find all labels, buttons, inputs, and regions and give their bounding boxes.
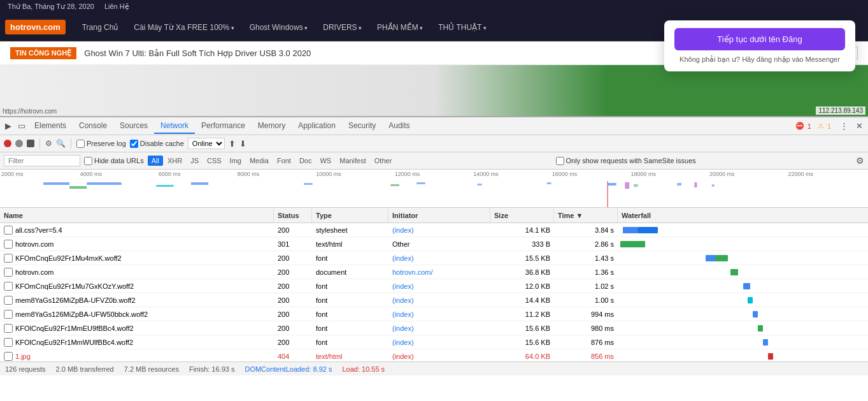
close-devtools-btn[interactable]: ✕ <box>853 120 865 132</box>
filter-type-other[interactable]: Other <box>371 156 396 166</box>
nav-ghost[interactable]: Ghost Windows <box>243 19 315 36</box>
row-initiator[interactable]: (index) <box>388 335 490 349</box>
row-initiator[interactable]: (index) <box>388 349 490 361</box>
row-checkbox[interactable] <box>4 338 13 347</box>
filter-type-xhr[interactable]: XHR <box>164 156 186 166</box>
tl-8000: 8000 ms <box>238 171 317 177</box>
network-table[interactable]: Name Status Type Initiator Size Time ▼ W… <box>0 208 868 361</box>
table-row[interactable]: mem8YaGs126MiZpBA-UFVZ0b.woff2 200 font … <box>0 293 868 307</box>
row-checkbox[interactable] <box>4 352 13 361</box>
gear-settings-icon[interactable]: ⚙ <box>856 156 864 166</box>
th-size[interactable]: Size <box>490 208 554 222</box>
tab-elements[interactable]: Elements <box>28 119 73 134</box>
search-icon-btn[interactable]: 🔍 <box>56 139 66 148</box>
row-initiator[interactable]: hotrovn.com/ <box>388 265 490 279</box>
network-toolbar: ⚙ 🔍 Preserve log Disable cache Online ⬆ … <box>0 135 868 152</box>
nav-software[interactable]: PHẦN MỀM <box>371 19 429 36</box>
filter-type-js[interactable]: JS <box>187 156 203 166</box>
row-checkbox[interactable] <box>4 282 13 291</box>
th-status[interactable]: Status <box>274 208 312 222</box>
hide-data-urls-checkbox[interactable] <box>84 157 92 165</box>
th-initiator[interactable]: Initiator <box>388 208 490 222</box>
filter-icon-btn[interactable]: ⚙ <box>45 139 52 148</box>
nav-drivers[interactable]: DRIVERS <box>317 19 368 36</box>
stop-btn[interactable] <box>15 140 23 147</box>
finish-time: Finish: 16.93 s <box>189 365 235 373</box>
disable-cache-label[interactable]: Disable cache <box>130 140 184 148</box>
row-size: 333 B <box>490 237 554 251</box>
th-name[interactable]: Name <box>0 208 274 222</box>
row-time: 1.36 s <box>554 265 618 279</box>
download-icon[interactable]: ⬇ <box>239 139 246 149</box>
row-checkbox[interactable] <box>4 226 13 235</box>
table-row[interactable]: KFOlCnqEu92Fr1MmWUlfBBc4.woff2 200 font … <box>0 335 868 349</box>
nav-tricks[interactable]: THỦ THUẬT <box>432 19 493 36</box>
preserve-log-label[interactable]: Preserve log <box>76 140 126 148</box>
table-row[interactable]: KFOlCnqEu92Fr1MmEU9fBBc4.woff2 200 font … <box>0 321 868 335</box>
row-checkbox[interactable] <box>4 296 13 305</box>
table-row[interactable]: 1.jpg 404 text/html (index) 64.0 KB 856 … <box>0 349 868 361</box>
tab-network[interactable]: Network <box>154 119 195 134</box>
row-name: KFOlCnqEu92Fr1MmWUlfBBc4.woff2 <box>15 339 133 346</box>
filter-input[interactable] <box>4 155 80 166</box>
nav-home[interactable]: Trang Chủ <box>76 19 125 36</box>
row-time: 1.02 s <box>554 279 618 293</box>
clear-btn[interactable] <box>27 140 34 147</box>
tl-16000: 16000 ms <box>552 171 631 177</box>
device-toolbar-btn[interactable]: ▭ <box>15 120 28 132</box>
row-checkbox[interactable] <box>4 254 13 263</box>
table-row[interactable]: KFOmCnqEu92Fr1Mu7GxKOzY.woff2 200 font (… <box>0 279 868 293</box>
row-initiator[interactable]: (index) <box>388 321 490 335</box>
filter-type-css[interactable]: CSS <box>203 156 225 166</box>
row-initiator[interactable]: (index) <box>388 307 490 321</box>
filter-type-font[interactable]: Font <box>273 156 295 166</box>
same-site-label[interactable]: Only show requests with SameSite issues <box>556 157 696 165</box>
record-btn[interactable] <box>4 140 11 147</box>
table-row[interactable]: all.css?ver=5.4 200 stylesheet (index) 1… <box>0 223 868 237</box>
row-checkbox[interactable] <box>4 240 13 249</box>
svg-rect-7 <box>416 182 425 184</box>
same-site-checkbox[interactable] <box>556 157 564 165</box>
row-initiator[interactable]: (index) <box>388 293 490 307</box>
preserve-log-checkbox[interactable] <box>76 140 85 148</box>
messenger-sub-text[interactable]: Không phải bạn ư? Hãy đăng nhập vào Mess… <box>674 55 845 64</box>
filter-type-manifest[interactable]: Manifest <box>336 156 370 166</box>
tab-performance[interactable]: Performance <box>195 119 252 134</box>
table-row[interactable]: hotrovn.com 200 document hotrovn.com/ 36… <box>0 265 868 279</box>
table-row[interactable]: KFOmCnqEu92Fr1Mu4mxK.woff2 200 font (ind… <box>0 251 868 265</box>
row-checkbox[interactable] <box>4 268 13 277</box>
th-type[interactable]: Type <box>312 208 388 222</box>
row-initiator[interactable]: (index) <box>388 251 490 265</box>
row-initiator[interactable]: (index) <box>388 279 490 293</box>
tab-audits[interactable]: Audits <box>382 119 416 134</box>
site-logo[interactable]: hotrovn.com <box>5 20 66 34</box>
inspect-element-btn[interactable]: ▶ <box>3 120 14 132</box>
filter-type-img[interactable]: Img <box>226 156 245 166</box>
more-options-btn[interactable]: ⋮ <box>837 120 851 132</box>
timeline: 2000 ms 4000 ms 6000 ms 8000 ms 10000 ms… <box>0 170 868 208</box>
row-initiator[interactable]: (index) <box>388 223 490 237</box>
tab-application[interactable]: Application <box>292 119 342 134</box>
tab-memory[interactable]: Memory <box>252 119 292 134</box>
nav-install[interactable]: Cài Máy Từ Xa FREE 100% <box>127 19 240 36</box>
table-row[interactable]: mem8YaGs126MiZpBA-UFW50bbck.woff2 200 fo… <box>0 307 868 321</box>
hide-data-urls-label[interactable]: Hide data URLs <box>84 157 144 165</box>
filter-type-ws[interactable]: WS <box>316 156 335 166</box>
th-waterfall[interactable]: Waterfall <box>618 208 868 222</box>
table-row[interactable]: hotrovn.com 301 text/html Other 333 B 2.… <box>0 237 868 251</box>
messenger-continue-btn[interactable]: Tiếp tục dưới tên Đăng <box>674 28 845 50</box>
tab-console[interactable]: Console <box>73 119 113 134</box>
header-contact[interactable]: Liên Hệ <box>104 3 129 11</box>
filter-type-doc[interactable]: Doc <box>295 156 316 166</box>
th-time[interactable]: Time ▼ <box>554 208 618 222</box>
filter-type-all[interactable]: All <box>148 156 163 166</box>
warning-count: 1 <box>827 122 831 130</box>
tab-security[interactable]: Security <box>342 119 382 134</box>
throttle-select[interactable]: Online <box>188 138 225 149</box>
disable-cache-checkbox[interactable] <box>130 140 138 148</box>
row-checkbox[interactable] <box>4 310 13 319</box>
upload-icon[interactable]: ⬆ <box>229 139 236 149</box>
tab-sources[interactable]: Sources <box>113 119 154 134</box>
row-checkbox[interactable] <box>4 324 13 333</box>
filter-type-media[interactable]: Media <box>246 156 273 166</box>
